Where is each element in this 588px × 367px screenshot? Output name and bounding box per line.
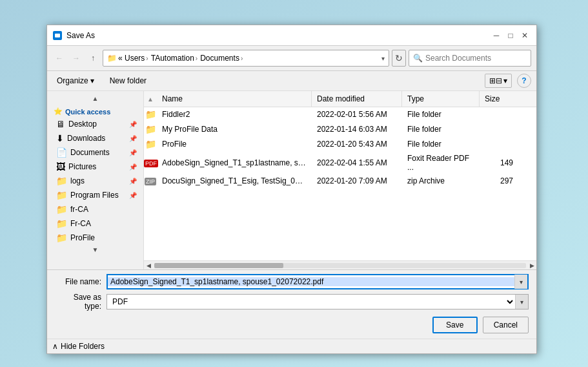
col-header-name[interactable]: Name [157,91,312,107]
save-type-select[interactable]: PDF [107,297,515,307]
cancel-button[interactable]: Cancel [483,317,529,333]
hide-folders-arrow: ∧ [52,342,58,351]
sidebar-item-documents[interactable]: 📄 Documents 📌 [47,145,143,160]
view-button[interactable]: ⊞⊟ ▾ [485,74,512,88]
hscroll-left[interactable]: ◀ [144,261,153,270]
save-button[interactable]: Save [432,317,478,333]
hide-folders-button[interactable]: ∧ Hide Folders [52,342,105,351]
address-dropdown-arrow[interactable]: ▾ [381,55,385,62]
file-name-label: File name: [55,277,106,286]
folder-icon-logs: 📁 [56,176,67,186]
sidebar-scroll-up[interactable]: ▲ [47,94,143,103]
bottom-area: File name: ▾ Save as type: PDF ▾ Save Ca… [47,269,536,339]
file-name-fiddler2: Fiddler2 [157,110,312,119]
sidebar-scroll-down[interactable]: ▼ [47,245,143,255]
file-row-myprofiledata[interactable]: 📁 My ProFile Data 2022-01-14 6:03 AM Fil… [144,122,536,137]
save-as-dialog: Save As ─ □ ✕ ← → ↑ 📁 « Users › TAutomat… [46,25,537,354]
dialog-icon [52,30,63,41]
file-row-profile[interactable]: 📁 ProFile 2022-01-20 5:43 AM File folder [144,137,536,152]
file-name-docusign: DocuSign_Signed_T1_Esig, TestSig_01202..… [157,176,312,185]
address-bar-row: ← → ↑ 📁 « Users › TAutomation › Document… [47,46,536,71]
minimize-button[interactable]: ─ [490,29,503,42]
organize-dropdown-arrow: ▾ [90,76,94,85]
breadcrumb-users: 📁 « Users › [107,54,148,63]
horizontal-scrollbar[interactable]: ◀ ▶ [144,260,536,269]
file-size-adobesign: 149 [480,158,518,167]
main-content: ▲ ⭐ Quick access 🖥 Desktop 📌 ⬇ Downloads… [47,91,536,269]
col-header-date[interactable]: Date modified [312,91,402,107]
file-name-myprofiledata: My ProFile Data [157,125,312,134]
file-name-input[interactable] [108,277,514,286]
folder-icon-frca-lower: 📁 [56,204,67,215]
star-icon: ⭐ [54,107,63,116]
file-name-profile: ProFile [157,140,312,149]
file-name-adobesign: AdobeSign_Signed_T1_sp1lastname, spo... [157,158,312,167]
search-box[interactable]: 🔍 [409,50,531,67]
file-date-docusign: 2022-01-20 7:09 AM [312,176,402,185]
hscroll-right[interactable]: ▶ [527,261,536,270]
organize-button[interactable]: Organize ▾ [52,74,99,88]
folder-icon-programfiles: 📁 [56,190,67,200]
folder-icon-myprofiledata: 📁 [144,124,157,134]
col-header-type[interactable]: Type [402,91,480,107]
new-folder-button[interactable]: New folder [104,74,152,88]
save-type-row: Save as type: PDF ▾ [55,293,529,311]
sidebar-item-downloads[interactable]: ⬇ Downloads 📌 [47,131,143,145]
pin-icon-logs: 📌 [129,178,137,185]
file-type-profile: File folder [402,140,480,149]
pin-icon-pictures: 📌 [129,163,137,171]
refresh-button[interactable]: ↻ [392,50,406,67]
back-button[interactable]: ← [52,51,66,65]
save-type-dropdown-arrow[interactable]: ▾ [515,295,528,309]
file-row-adobesign[interactable]: PDF AdobeSign_Signed_T1_sp1lastname, spo… [144,152,536,174]
action-row: Save Cancel [55,314,529,335]
address-bar[interactable]: 📁 « Users › TAutomation › Documents › ▾ [103,50,389,67]
file-name-row: File name: ▾ [55,274,529,289]
file-name-input-wrapper[interactable]: ▾ [106,274,529,289]
title-bar-controls: ─ □ ✕ [490,29,531,42]
file-size-docusign: 297 [480,176,518,185]
file-type-docusign: zip Archive [402,176,480,185]
dialog-title: Save As [66,31,490,40]
file-row-fiddler2[interactable]: 📁 Fiddler2 2022-02-01 5:56 AM File folde… [144,107,536,122]
folder-icon-profile-file: 📁 [144,139,157,149]
file-list-header: ▲ Name Date modified Type Size [144,91,536,107]
hide-folders-label: Hide Folders [61,342,105,351]
sort-indicator: ▲ [144,93,157,105]
pin-icon-downloads: 📌 [129,135,137,142]
view-dropdown-arrow: ▾ [503,76,507,85]
desktop-icon: 🖥 [56,119,65,129]
sidebar-item-programfiles[interactable]: 📁 Program Files 📌 [47,188,143,202]
hscroll-thumb[interactable] [154,263,283,268]
sidebar-item-profile[interactable]: 📁 ProFile [47,231,143,245]
hscroll-track[interactable] [154,263,526,268]
up-button[interactable]: ↑ [86,51,100,65]
file-list-area: ▲ Name Date modified Type Size 📁 Fiddler… [144,91,536,269]
file-name-dropdown-arrow[interactable]: ▾ [514,275,527,289]
forward-button[interactable]: → [69,51,83,65]
quick-access-header: ⭐ Quick access [47,103,143,117]
save-type-label: Save as type: [55,293,106,311]
sidebar: ▲ ⭐ Quick access 🖥 Desktop 📌 ⬇ Downloads… [47,91,144,269]
help-button[interactable]: ? [517,74,531,88]
breadcrumb-documents: Documents › [200,54,243,63]
sidebar-item-frca-upper[interactable]: 📁 Fr-CA [47,216,143,231]
save-type-select-wrapper[interactable]: PDF ▾ [106,294,529,309]
view-icon: ⊞⊟ [489,76,502,85]
sidebar-item-logs[interactable]: 📁 logs 📌 [47,174,143,188]
breadcrumb-tautomation: TAutomation › [151,54,198,63]
pin-icon-pf: 📌 [129,192,137,199]
file-row-docusign[interactable]: ZIP DocuSign_Signed_T1_Esig, TestSig_012… [144,174,536,188]
maximize-button[interactable]: □ [504,29,517,42]
sidebar-item-pictures[interactable]: 🖼 Pictures 📌 [47,160,143,174]
organize-label: Organize [57,76,88,85]
close-button[interactable]: ✕ [518,29,531,42]
search-icon: 🔍 [413,54,423,63]
sidebar-item-frca-lower[interactable]: 📁 fr-CA [47,202,143,216]
pdf-icon-adobesign: PDF [144,158,157,167]
col-header-size[interactable]: Size [480,91,518,107]
folder-icon-frca-upper: 📁 [56,218,67,229]
search-input[interactable] [425,54,527,63]
hide-folders-row: ∧ Hide Folders [47,339,536,353]
sidebar-item-desktop[interactable]: 🖥 Desktop 📌 [47,117,143,131]
